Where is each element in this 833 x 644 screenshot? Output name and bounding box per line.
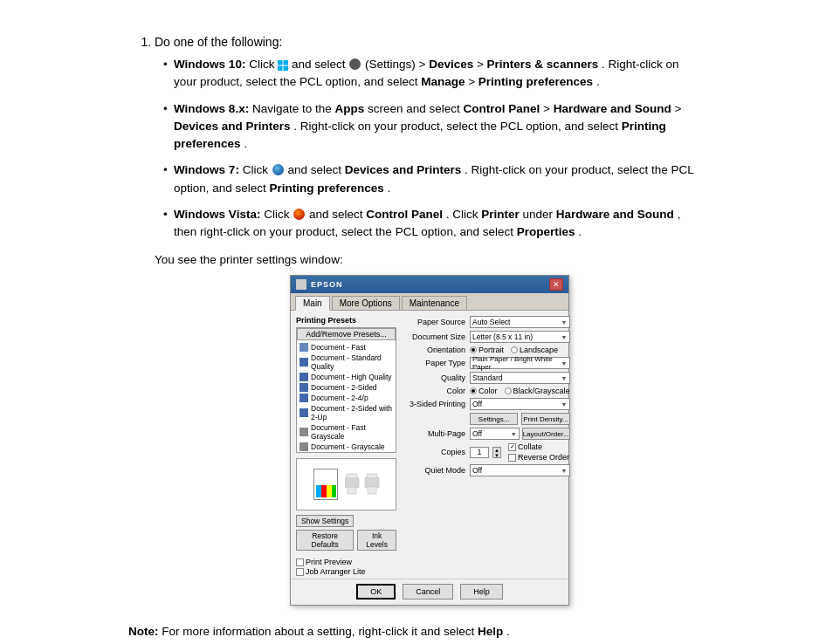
win10-text1: Click bbox=[249, 58, 278, 71]
copies-input[interactable]: 1 bbox=[470, 447, 489, 458]
quality-select[interactable]: Standard ▼ bbox=[470, 372, 570, 384]
dialog-close-button[interactable]: ✕ bbox=[549, 278, 563, 291]
paper-type-row: Paper Type Plain Paper / Bright White Pa… bbox=[402, 357, 570, 369]
copies-row: Copies 1 ▲ ▼ ✓ bbox=[402, 442, 570, 462]
color-radio-circle bbox=[470, 387, 477, 394]
job-arranger-box bbox=[296, 568, 304, 576]
dialog-body: Printing Presets Add/Remove Presets... D… bbox=[291, 311, 568, 556]
svg-rect-0 bbox=[278, 60, 283, 65]
win8-text4: > bbox=[675, 102, 682, 115]
svg-rect-7 bbox=[365, 477, 379, 488]
win8-apps: Apps bbox=[334, 102, 364, 115]
doc-size-select[interactable]: Letter (8.5 x 11 in) ▼ bbox=[470, 331, 570, 343]
winvista-text2: and select bbox=[309, 208, 366, 221]
collate-checkbox[interactable]: ✓ Collate bbox=[508, 442, 569, 451]
print-density-button[interactable]: Print Density... bbox=[521, 413, 569, 425]
win7-text2: and select bbox=[287, 163, 344, 176]
color-row: Color Color Black/Grayscale bbox=[402, 387, 570, 395]
win7-devices-printers: Devices and Printers bbox=[345, 163, 462, 176]
preset-grayscale[interactable]: Document - Grayscale bbox=[297, 442, 396, 452]
reverse-checkbox-box bbox=[508, 454, 516, 462]
dialog-wrapper: EPSON ✕ Main More Options Maintenance bbox=[155, 275, 705, 606]
print-preview-box bbox=[296, 558, 304, 566]
win7-prefix: Windows 7: bbox=[174, 163, 239, 176]
dropdown-arrow-icon: ▼ bbox=[561, 319, 568, 325]
winvista-control-panel: Control Panel bbox=[366, 208, 443, 221]
win10-text6: > bbox=[468, 75, 478, 88]
preset-icon bbox=[299, 394, 308, 402]
tab-maintenance[interactable]: Maintenance bbox=[402, 296, 467, 310]
preset-2sided-2up[interactable]: Document - 2-Sided with 2-Up bbox=[297, 403, 396, 422]
ok-button[interactable]: OK bbox=[356, 584, 396, 599]
cancel-button[interactable]: Cancel bbox=[403, 584, 453, 599]
note-text: For more information about a setting, ri… bbox=[162, 625, 478, 638]
dropdown-arrow-icon: ▼ bbox=[561, 360, 568, 367]
copies-spinner[interactable]: ▲ ▼ bbox=[492, 447, 501, 458]
paper-type-select[interactable]: Plain Paper / Bright White Paper ▼ bbox=[470, 357, 570, 369]
add-remove-presets-button[interactable]: Add/Remove Presets... bbox=[297, 328, 396, 340]
help-button[interactable]: Help bbox=[460, 584, 503, 599]
layout-order-button[interactable]: Layout/Order... bbox=[522, 428, 570, 440]
win7-printing-prefs: Printing preferences bbox=[270, 182, 384, 195]
win7-period: . bbox=[388, 182, 391, 195]
win8-text2: screen and select bbox=[368, 102, 464, 115]
preset-fast[interactable]: Document - Fast bbox=[297, 342, 396, 353]
win8-period: . bbox=[244, 137, 247, 150]
preset-icon bbox=[299, 442, 308, 451]
tab-more-options[interactable]: More Options bbox=[332, 296, 400, 310]
winvista-text3: . Click bbox=[446, 208, 482, 221]
dialog-app-icon bbox=[296, 279, 306, 290]
winvista-period: . bbox=[578, 225, 582, 238]
win8-text1: Navigate to the bbox=[252, 102, 335, 115]
page-preview-icon bbox=[313, 469, 338, 500]
sided-select[interactable]: Off ▼ bbox=[470, 398, 570, 410]
show-settings-button[interactable]: Show Settings bbox=[296, 515, 354, 527]
win8-text3: > bbox=[543, 102, 554, 115]
quiet-select[interactable]: Off ▼ bbox=[470, 464, 570, 476]
win8-text5: . Right-click on your product, select th… bbox=[293, 120, 621, 133]
preset-24p[interactable]: Document - 2-4/p bbox=[297, 393, 396, 403]
settings-button[interactable]: Settings... bbox=[470, 413, 518, 425]
reverse-order-checkbox[interactable]: Reverse Order bbox=[508, 453, 569, 462]
win10-bullet: Windows 10: Click and select (Settings) … bbox=[163, 56, 705, 92]
winvista-properties: Properties bbox=[517, 225, 575, 238]
preset-icon bbox=[299, 343, 308, 352]
multipage-select[interactable]: Off ▼ bbox=[470, 428, 520, 440]
preset-fast-grayscale[interactable]: Document - Fast Grayscale bbox=[297, 422, 396, 442]
tab-main[interactable]: Main bbox=[295, 296, 330, 311]
preset-icon bbox=[299, 383, 308, 392]
landscape-radio[interactable]: Landscape bbox=[511, 346, 558, 354]
grayscale-radio-circle bbox=[505, 387, 512, 394]
winvista-text4: under bbox=[523, 208, 556, 221]
preset-high-quality[interactable]: Document - High Quality bbox=[297, 372, 396, 382]
presets-label: Printing Presets bbox=[296, 316, 396, 325]
grayscale-radio[interactable]: Black/Grayscale bbox=[505, 387, 570, 395]
win8-devices-printers: Devices and Printers bbox=[174, 120, 291, 133]
paper-source-select[interactable]: Auto Select ▼ bbox=[470, 316, 570, 328]
paper-source-label: Paper Source bbox=[402, 318, 470, 326]
winvista-text1: Click bbox=[264, 208, 293, 221]
color-radios: Color Black/Grayscale bbox=[470, 387, 570, 395]
you-see-text: You see the printer settings window: bbox=[155, 253, 705, 266]
ink-levels-button[interactable]: Ink Levels bbox=[357, 530, 396, 551]
color-label: Color bbox=[402, 387, 470, 395]
copies-input-group: 1 ▲ ▼ ✓ Collate bbox=[470, 442, 570, 462]
note-help: Help bbox=[478, 625, 503, 638]
win8-prefix: Windows 8.x: bbox=[174, 102, 249, 115]
job-arranger-checkbox[interactable]: Job Arranger Lite bbox=[296, 567, 563, 576]
step1-label: Do one of the following: bbox=[155, 35, 282, 49]
printer-icons bbox=[345, 470, 380, 498]
preset-standard[interactable]: Document - Standard Quality bbox=[297, 353, 396, 372]
win8-bullet: Windows 8.x: Navigate to the Apps screen… bbox=[163, 100, 705, 154]
preset-2sided[interactable]: Document - 2-Sided bbox=[297, 382, 396, 393]
win10-printing-prefs: Printing preferences bbox=[478, 75, 593, 88]
vista-orb-icon bbox=[293, 209, 305, 220]
quiet-mode-row: Quiet Mode Off ▼ bbox=[402, 464, 570, 476]
restore-defaults-button[interactable]: Restore Defaults bbox=[296, 530, 354, 551]
portrait-radio[interactable]: Portrait bbox=[470, 346, 504, 354]
dropdown-arrow-icon: ▼ bbox=[561, 468, 568, 474]
sided-label: 3-Sided Printing bbox=[402, 400, 470, 408]
print-preview-checkbox[interactable]: Print Preview bbox=[296, 558, 563, 566]
color-radio[interactable]: Color bbox=[470, 387, 498, 395]
svg-rect-8 bbox=[367, 474, 377, 478]
